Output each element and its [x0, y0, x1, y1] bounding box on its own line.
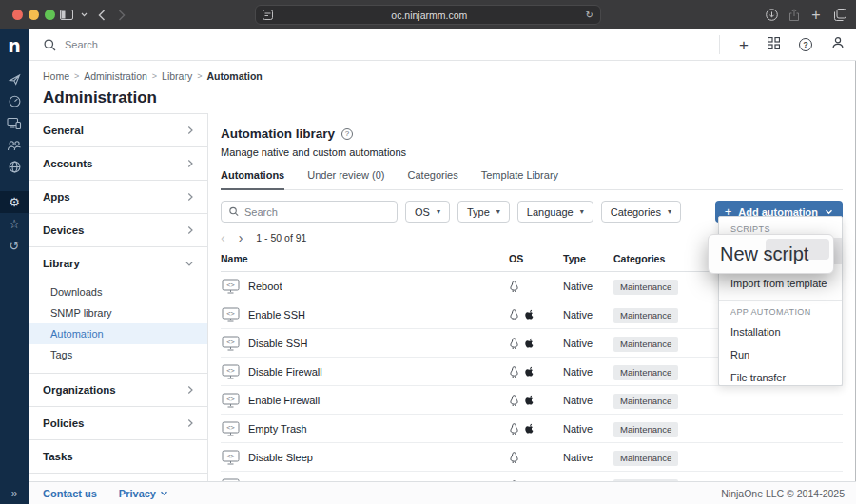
contact-us-link[interactable]: Contact us	[43, 488, 97, 499]
breadcrumb-administration[interactable]: Administration	[84, 70, 147, 82]
tab-categories[interactable]: Categories	[408, 169, 458, 189]
back-icon[interactable]	[94, 0, 109, 29]
help-info-icon[interactable]: ?	[341, 128, 353, 140]
category-badge: Maintenance	[613, 451, 678, 466]
script-icon: <>	[222, 307, 240, 322]
share-icon[interactable]	[786, 0, 803, 29]
nav-item-automation[interactable]: Automation	[29, 323, 207, 344]
downloads-icon[interactable]	[763, 0, 780, 29]
breadcrumb-home[interactable]: Home	[43, 70, 69, 82]
remote-support-icon[interactable]	[0, 156, 29, 178]
nav-item-organizations[interactable]: Organizations	[29, 373, 207, 406]
forward-icon[interactable]	[114, 0, 129, 29]
global-search[interactable]: Search	[44, 29, 98, 60]
browser-titlebar: oc.ninjarmm.com ↻ +	[0, 0, 856, 29]
magnified-new-script-label[interactable]: New script	[720, 243, 808, 265]
apple-icon	[524, 308, 535, 320]
admin-nav: General Accounts Apps Devices Library Do…	[29, 113, 208, 481]
nav-item-downloads[interactable]: Downloads	[29, 281, 207, 302]
nav-item-tasks[interactable]: Tasks	[29, 439, 207, 473]
sidebar-toggle-icon[interactable]	[57, 0, 76, 29]
page-title: Administration	[43, 88, 157, 107]
window-zoom-button[interactable]	[45, 10, 55, 20]
sidebar-chevron-icon[interactable]	[78, 0, 89, 29]
table-search-input[interactable]	[244, 206, 389, 218]
tab-overview-icon[interactable]	[831, 0, 848, 29]
getting-started-icon[interactable]	[0, 68, 29, 90]
menu-item-file-transfer[interactable]: File transfer	[719, 366, 842, 389]
apple-icon	[524, 394, 535, 406]
library-subnav: Downloads SNMP library Automation Tags	[29, 280, 207, 373]
table-row[interactable]: <> Empty Trash Native Maintenance	[221, 415, 843, 443]
nav-item-apps[interactable]: Apps	[29, 180, 207, 213]
privacy-link[interactable]: Privacy	[119, 488, 168, 499]
nav-item-library[interactable]: Library	[29, 246, 207, 280]
nav-item-accounts[interactable]: Accounts	[29, 146, 207, 180]
menu-item-run[interactable]: Run	[719, 343, 842, 366]
prev-page-icon[interactable]: ‹	[221, 231, 225, 244]
tab-under-review[interactable]: Under review (0)	[307, 169, 384, 189]
svg-text:<>: <>	[226, 453, 234, 460]
apps-grid-icon[interactable]	[768, 36, 780, 53]
ninjaone-logo[interactable]: n	[0, 29, 29, 61]
filter-type[interactable]: Type ▾	[457, 201, 510, 223]
filter-os[interactable]: OS ▾	[405, 201, 450, 223]
nav-item-general[interactable]: General	[29, 113, 207, 146]
menu-divider	[719, 300, 842, 301]
help-icon[interactable]: ?	[799, 38, 812, 51]
menu-item-installation[interactable]: Installation	[719, 320, 842, 343]
automation-name: Enable SSH	[248, 309, 305, 320]
end-users-icon[interactable]	[0, 134, 29, 156]
favorites-icon[interactable]: ☆	[0, 213, 29, 235]
user-account-icon[interactable]	[831, 36, 845, 53]
svg-text:<>: <>	[226, 396, 234, 403]
automation-name: Enable Firewall	[248, 395, 320, 406]
nav-item-devices[interactable]: Devices	[29, 213, 207, 246]
svg-text:<>: <>	[226, 339, 234, 346]
next-page-icon[interactable]: ›	[239, 231, 243, 244]
nav-item-tags[interactable]: Tags	[29, 344, 207, 365]
script-icon: <>	[222, 450, 240, 465]
address-bar[interactable]: oc.ninjarmm.com ↻	[255, 5, 601, 25]
section-heading: Automation library	[221, 126, 335, 141]
automation-type: Native	[563, 395, 613, 406]
quick-add-icon[interactable]: +	[739, 37, 749, 53]
nav-item-snmp-library[interactable]: SNMP library	[29, 302, 207, 323]
category-badge: Maintenance	[613, 280, 678, 295]
new-tab-icon[interactable]: +	[807, 0, 825, 29]
automation-type: Native	[563, 452, 613, 463]
breadcrumb-separator: >	[197, 71, 202, 81]
devices-icon[interactable]	[0, 112, 29, 134]
window-close-button[interactable]	[12, 10, 23, 20]
rail-expand-icon[interactable]: »	[0, 487, 29, 500]
search-icon	[44, 39, 56, 51]
pagination-range: 1 - 50 of 91	[256, 232, 306, 243]
caret-down-icon: ▾	[580, 207, 584, 216]
apple-icon	[524, 365, 535, 378]
table-row[interactable]: <> Enable Firewall Native Maintenance	[221, 386, 843, 415]
page-settings-icon[interactable]	[263, 10, 273, 20]
window-minimize-button[interactable]	[29, 10, 39, 20]
menu-item-import-from-template[interactable]: Import from template	[719, 272, 842, 295]
chevron-right-icon	[186, 126, 194, 135]
table-search[interactable]	[221, 201, 398, 223]
script-icon: <>	[222, 421, 240, 436]
automation-type: Native	[563, 309, 613, 320]
linux-icon	[509, 452, 519, 463]
reload-icon[interactable]: ↻	[586, 10, 593, 20]
chevron-down-icon	[825, 209, 833, 215]
dashboard-icon[interactable]	[0, 90, 29, 112]
filter-language[interactable]: Language ▾	[517, 201, 593, 223]
automation-name: Empty Trash	[248, 423, 307, 435]
history-icon[interactable]: ↺	[0, 235, 29, 257]
tab-automations[interactable]: Automations	[221, 169, 284, 190]
administration-icon[interactable]: ⚙	[0, 191, 29, 213]
search-icon	[229, 206, 239, 217]
table-row[interactable]: <> Disable Sleep Native Maintenance	[221, 443, 843, 472]
chevron-down-icon	[185, 260, 194, 267]
filter-categories[interactable]: Categories ▾	[601, 201, 681, 223]
nav-item-policies[interactable]: Policies	[29, 406, 207, 439]
breadcrumb-library[interactable]: Library	[162, 70, 192, 82]
svg-text:<>: <>	[226, 310, 234, 318]
tab-template-library[interactable]: Template Library	[481, 169, 558, 189]
